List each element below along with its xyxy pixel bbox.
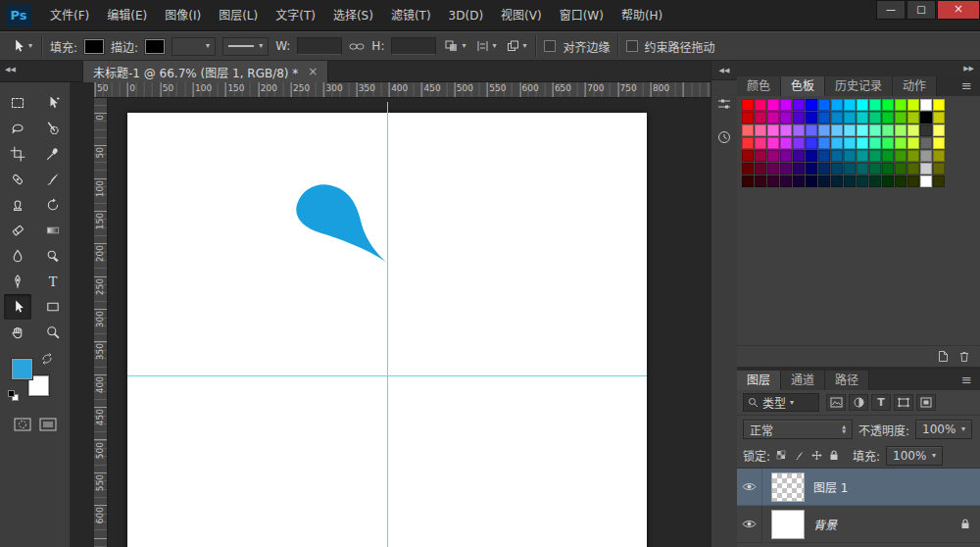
swatch[interactable] xyxy=(742,163,754,174)
pen-tool-button[interactable] xyxy=(4,269,31,294)
swatch[interactable] xyxy=(933,124,945,136)
swatch[interactable] xyxy=(755,112,766,124)
swatch[interactable] xyxy=(907,175,919,187)
menu-help[interactable]: 帮助(H) xyxy=(612,0,671,31)
swatch[interactable] xyxy=(806,112,817,124)
horizontal-guide[interactable] xyxy=(127,375,647,376)
layer-name[interactable]: 图层 1 xyxy=(813,478,848,495)
stroke-color-swatch[interactable] xyxy=(145,39,165,54)
swatch[interactable] xyxy=(831,124,843,136)
opacity-select[interactable]: 100% ▾ xyxy=(915,420,972,439)
type-filter-button[interactable]: T xyxy=(871,394,891,411)
swatch[interactable] xyxy=(755,99,766,111)
vertical-ruler[interactable]: 050100150200250300350400450500550600 xyxy=(94,98,108,547)
swatch[interactable] xyxy=(895,137,906,149)
screen-mode-icon[interactable] xyxy=(39,418,57,431)
swatch[interactable] xyxy=(920,175,932,187)
eyedropper-tool-button[interactable] xyxy=(39,141,67,167)
swatch[interactable] xyxy=(882,163,894,174)
swatch[interactable] xyxy=(780,124,792,136)
swatch[interactable] xyxy=(933,175,945,187)
swatch[interactable] xyxy=(818,175,830,187)
swatch[interactable] xyxy=(869,175,881,187)
swatch[interactable] xyxy=(780,163,792,174)
swatch[interactable] xyxy=(920,99,932,111)
path-selection-tool-button[interactable] xyxy=(4,294,31,320)
swatch[interactable] xyxy=(895,175,906,187)
tab-layers[interactable]: 图层 xyxy=(737,371,781,390)
crop-tool-button[interactable] xyxy=(4,141,31,167)
swatch[interactable] xyxy=(920,137,932,149)
swatch[interactable] xyxy=(895,150,906,162)
swatch[interactable] xyxy=(767,124,779,136)
swatch[interactable] xyxy=(793,175,805,187)
swatch[interactable] xyxy=(895,163,906,174)
swatch[interactable] xyxy=(933,137,945,149)
swatch[interactable] xyxy=(806,137,817,149)
swatch[interactable] xyxy=(806,163,817,174)
eraser-tool-button[interactable] xyxy=(4,218,31,243)
swatch[interactable] xyxy=(767,163,779,174)
swatch[interactable] xyxy=(920,112,932,124)
foreground-color-chip[interactable] xyxy=(12,359,32,379)
panel-menu-icon[interactable]: ≡ xyxy=(954,76,980,96)
layer-thumbnail[interactable] xyxy=(771,472,805,502)
tab-actions[interactable]: 动作 xyxy=(893,76,937,96)
swatch[interactable] xyxy=(920,163,932,174)
swatch[interactable] xyxy=(844,99,856,111)
tab-color[interactable]: 颜色 xyxy=(737,76,781,96)
swatch[interactable] xyxy=(869,137,881,149)
swatch[interactable] xyxy=(793,163,805,174)
collapse-panels-icon[interactable]: ▶▶ xyxy=(963,65,974,73)
swatch[interactable] xyxy=(780,99,792,111)
swatch[interactable] xyxy=(767,137,779,149)
swatch[interactable] xyxy=(933,99,945,111)
fill-color-swatch[interactable] xyxy=(84,39,104,54)
minimize-button[interactable]: — xyxy=(876,0,906,20)
swatch[interactable] xyxy=(907,150,919,162)
swatch[interactable] xyxy=(933,112,945,124)
swatch[interactable] xyxy=(818,137,830,149)
tab-channels[interactable]: 通道 xyxy=(781,371,825,390)
stroke-width-combo[interactable]: ▾ xyxy=(172,37,216,56)
height-input[interactable] xyxy=(391,37,436,55)
path-operations-button[interactable]: ▾ xyxy=(443,39,467,53)
swatch[interactable] xyxy=(869,150,881,162)
document-tab[interactable]: 未标题-1 @ 66.7% (图层 1, RGB/8) * × xyxy=(82,61,328,82)
swatch[interactable] xyxy=(831,99,843,111)
quick-select-tool-button[interactable] xyxy=(39,116,67,141)
link-dimensions-icon[interactable] xyxy=(349,42,365,51)
swatch[interactable] xyxy=(831,112,843,124)
healing-brush-tool-button[interactable] xyxy=(4,167,31,192)
swatch[interactable] xyxy=(857,163,868,174)
swatch[interactable] xyxy=(907,124,919,136)
menu-view[interactable]: 视图(V) xyxy=(492,0,551,31)
swatch[interactable] xyxy=(780,150,792,162)
swatch[interactable] xyxy=(869,99,881,111)
swatch[interactable] xyxy=(806,175,817,187)
smart-object-filter-button[interactable] xyxy=(916,394,936,411)
blur-tool-button[interactable] xyxy=(4,243,31,269)
swatch[interactable] xyxy=(857,112,868,124)
swatch[interactable] xyxy=(882,137,894,149)
swatch[interactable] xyxy=(895,112,906,124)
swatch[interactable] xyxy=(857,137,868,149)
pixel-filter-button[interactable] xyxy=(826,394,846,411)
shape-filter-button[interactable] xyxy=(894,394,913,411)
menu-file[interactable]: 文件(F) xyxy=(41,0,98,31)
swatch[interactable] xyxy=(907,99,919,111)
marquee-tool-button[interactable] xyxy=(4,90,31,116)
swatch[interactable] xyxy=(780,112,792,124)
rectangle-tool-button[interactable] xyxy=(39,294,67,320)
swatch[interactable] xyxy=(933,150,945,162)
swatch[interactable] xyxy=(869,163,881,174)
properties-panel-button[interactable] xyxy=(713,94,735,114)
swatch[interactable] xyxy=(844,163,856,174)
menu-select[interactable]: 选择(S) xyxy=(324,0,382,31)
history-panel-button[interactable] xyxy=(713,127,735,147)
teardrop-shape[interactable] xyxy=(284,176,402,274)
swatch[interactable] xyxy=(920,150,932,162)
vertical-guide[interactable] xyxy=(387,102,388,547)
swatch[interactable] xyxy=(742,137,754,149)
delete-swatch-icon[interactable] xyxy=(958,350,970,363)
